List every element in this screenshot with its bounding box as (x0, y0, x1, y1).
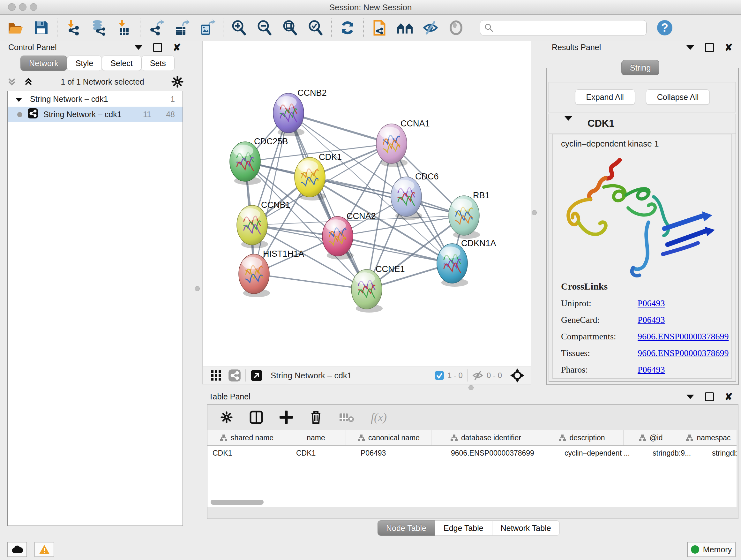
edge-CCNA2-CDKN1A[interactable] (338, 236, 452, 263)
section-expander-icon[interactable] (564, 116, 572, 126)
float-panel-icon[interactable] (705, 392, 714, 401)
column-header-description[interactable]: description (540, 430, 623, 445)
add-column-icon[interactable] (280, 411, 293, 424)
zoom-selected-icon[interactable] (307, 19, 324, 37)
table-cell[interactable]: P06493 (355, 446, 446, 460)
tab-network-table[interactable]: Network Table (492, 520, 560, 536)
node-CCNB2[interactable]: CCNB2 (273, 88, 327, 136)
tab-network[interactable]: Network (20, 56, 67, 71)
expand-all-icon[interactable] (23, 76, 34, 87)
table-cell[interactable]: 9606.ENSP00000378699 (446, 446, 559, 460)
table-cell[interactable]: stringdb:9... (648, 446, 707, 460)
edge-CCNB2-CCNE1[interactable] (288, 113, 367, 289)
gene-section-header[interactable]: CDK1 (549, 114, 736, 133)
node-CDKN1A[interactable]: CDKN1A (437, 239, 496, 287)
delete-column-icon[interactable] (310, 410, 322, 424)
show-columns-icon[interactable] (250, 411, 263, 424)
save-session-icon[interactable] (32, 19, 50, 37)
import-network-database-icon[interactable] (90, 19, 107, 37)
selected-checkbox-icon[interactable] (434, 371, 444, 380)
collapse-all-icon[interactable] (6, 76, 17, 87)
first-neighbors-icon[interactable] (396, 19, 414, 37)
import-table-icon[interactable] (116, 19, 133, 37)
close-panel-icon[interactable]: ✘ (725, 44, 733, 51)
collapse-panel-icon[interactable] (686, 45, 694, 50)
column-header-canonical-name[interactable]: canonical name (346, 430, 431, 445)
edge-CCNB2-CCNA1[interactable] (288, 113, 392, 144)
export-image-icon[interactable] (199, 19, 216, 37)
grid-view-icon[interactable] (210, 369, 222, 382)
node-RB1[interactable]: RB1 (449, 191, 490, 239)
tab-select[interactable]: Select (102, 56, 141, 71)
tab-style[interactable]: Style (67, 56, 102, 71)
tab-node-table[interactable]: Node Table (378, 520, 435, 536)
birdseye-icon[interactable] (510, 368, 524, 382)
collapse-panel-icon[interactable] (686, 395, 694, 399)
float-panel-icon[interactable] (153, 43, 162, 52)
warnings-button[interactable] (35, 542, 54, 557)
column-header-name[interactable]: name (286, 430, 346, 445)
tab-edge-table[interactable]: Edge Table (435, 520, 492, 536)
column-header-database-identifier[interactable]: database identifier (431, 430, 540, 445)
crosslink-uniprot-link[interactable]: P06493 (637, 298, 665, 308)
collapse-all-button[interactable]: Collapse All (646, 89, 710, 105)
table-cell[interactable]: cyclin–dependent ... (559, 446, 648, 460)
network-tree: String Network – cdk1 1 String Network –… (7, 91, 183, 526)
node-CDC25B[interactable]: CDC25B (230, 137, 288, 185)
help-icon[interactable]: ? (656, 19, 673, 37)
cloud-button[interactable] (7, 542, 27, 557)
node-table[interactable]: shared namenamecanonical namedatabase id… (207, 430, 737, 507)
close-panel-icon[interactable]: ✘ (725, 393, 733, 400)
tab-string[interactable]: String (621, 60, 659, 75)
right-splitter-handle[interactable] (532, 210, 537, 215)
crosslink-genecard-link[interactable]: P06493 (637, 315, 665, 325)
export-table-icon[interactable] (173, 19, 190, 37)
zoom-fit-icon[interactable] (281, 19, 299, 37)
tab-sets[interactable]: Sets (141, 56, 175, 71)
network-view-icon[interactable] (228, 369, 241, 382)
open-file-icon[interactable] (7, 19, 24, 37)
detach-view-icon[interactable] (250, 369, 263, 382)
horizontal-scrollbar[interactable] (211, 500, 264, 505)
table-cell[interactable]: CDK1 (207, 446, 291, 460)
network-canvas[interactable]: CCNB2CCNA1CDC25BCDK1CDC6RB1CCNB1CCNA2CDK… (202, 41, 531, 367)
table-row[interactable]: CDK1CDK1P064939606.ENSP00000378699cyclin… (207, 446, 737, 460)
options-gear-icon[interactable] (171, 75, 184, 88)
node-CDC6[interactable]: CDC6 (391, 172, 439, 220)
network-collection-row[interactable]: String Network – cdk1 1 (8, 91, 183, 107)
refresh-icon[interactable] (339, 19, 356, 37)
node-CCNE1[interactable]: CCNE1 (351, 264, 405, 313)
network-row[interactable]: String Network – cdk1 11 48 (8, 107, 183, 122)
edge-HIST1H1A-CCNE1[interactable] (254, 274, 367, 289)
crosslink-tissues-link[interactable]: 9606.ENSP00000378699 (637, 348, 729, 358)
node-CCNA1[interactable]: CCNA1 (376, 119, 430, 167)
expand-all-button[interactable]: Expand All (575, 89, 635, 105)
hide-selected-icon[interactable] (422, 19, 439, 37)
tree-expander-icon[interactable] (16, 98, 22, 102)
export-network-icon[interactable] (147, 19, 165, 37)
memory-button[interactable]: Memory (687, 542, 736, 557)
network-from-selection-icon[interactable] (371, 19, 388, 37)
show-all-icon[interactable] (448, 19, 465, 37)
table-options-gear-icon[interactable] (220, 411, 233, 424)
crosslink-compartments-link[interactable]: 9606.ENSP00000378699 (637, 331, 729, 341)
table-cell[interactable]: stringdb (707, 446, 737, 460)
close-panel-icon[interactable]: ✘ (173, 44, 181, 51)
node-HIST1H1A[interactable]: HIST1H1A (239, 249, 304, 297)
bottom-splitter-handle[interactable] (468, 385, 474, 390)
left-splitter-handle[interactable] (195, 286, 200, 291)
crosslink-pharos-link[interactable]: P06493 (637, 365, 665, 375)
search-icon (484, 23, 494, 33)
float-panel-icon[interactable] (705, 43, 714, 52)
table-header-row[interactable]: shared namenamecanonical namedatabase id… (207, 430, 737, 446)
import-network-file-icon[interactable] (64, 19, 82, 37)
zoom-out-icon[interactable] (256, 19, 273, 37)
node-CCNA2[interactable]: CCNA2 (322, 211, 376, 260)
collapse-panel-icon[interactable] (135, 45, 142, 50)
zoom-in-icon[interactable] (230, 19, 248, 37)
column-header-namespac[interactable]: namespac (678, 430, 737, 445)
table-cell[interactable]: CDK1 (291, 446, 355, 460)
column-header-shared-name[interactable]: shared name (207, 430, 286, 445)
column-header--id[interactable]: @id (623, 430, 678, 445)
search-input[interactable] (480, 20, 647, 36)
